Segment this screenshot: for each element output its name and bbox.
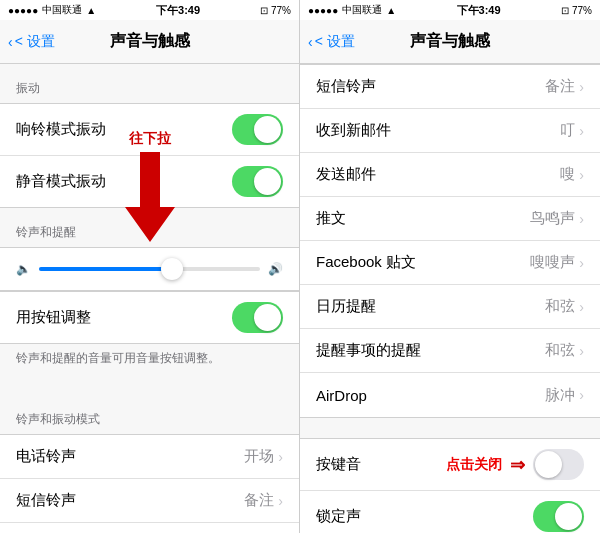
right-status-right: ⊡ 77%: [561, 5, 592, 16]
right-airdrop-label: AirDrop: [316, 387, 367, 404]
left-adjust-note: 铃声和提醒的音量可用音量按钮调整。: [0, 344, 299, 375]
left-silent-vibration-label: 静音模式振动: [16, 172, 106, 191]
left-sms-ring-value: 备注: [244, 491, 274, 510]
right-battery-icon: ⊡: [561, 5, 569, 16]
left-sms-ring-chevron: ›: [278, 493, 283, 509]
left-adjust-knob: [254, 304, 281, 331]
left-phone-ring-chevron: ›: [278, 449, 283, 465]
right-row-send-mail[interactable]: 发送邮件 嗖 ›: [300, 153, 600, 197]
right-send-mail-value: 嗖: [560, 165, 575, 184]
right-back-chevron: ‹: [308, 34, 313, 50]
left-slider-track[interactable]: [39, 267, 260, 271]
left-adjust-group: 用按钮调整: [0, 291, 299, 344]
right-sms-right: 备注 ›: [545, 77, 584, 96]
right-facebook-right: 嗖嗖声 ›: [530, 253, 584, 272]
right-send-mail-chevron: ›: [579, 167, 584, 183]
left-row-new-email[interactable]: 收到新邮件 叮 ›: [0, 523, 299, 533]
left-section-header-vibration: 振动: [0, 64, 299, 103]
right-new-mail-value: 叮: [560, 121, 575, 140]
right-battery-pct: 77%: [572, 5, 592, 16]
right-keyclick-right: 点击关闭 ⇒: [446, 449, 584, 480]
left-ring-vibration-label: 响铃模式振动: [16, 120, 106, 139]
left-row-silent-vibration: 静音模式振动: [0, 156, 299, 207]
left-status-right: ⊡ 77%: [260, 5, 291, 16]
right-row-sms[interactable]: 短信铃声 备注 ›: [300, 65, 600, 109]
left-volume-low-icon: 🔈: [16, 262, 31, 276]
left-wifi-icon: ▲: [86, 5, 96, 16]
right-tweet-value: 鸟鸣声: [530, 209, 575, 228]
right-calendar-chevron: ›: [579, 299, 584, 315]
right-row-airdrop[interactable]: AirDrop 脉冲 ›: [300, 373, 600, 417]
left-content: 振动 响铃模式振动 静音模式振动 铃声和提醒 🔈 🔊: [0, 64, 299, 533]
left-modes-group: 电话铃声 开场 › 短信铃声 备注 › 收到新邮件 叮 ›: [0, 434, 299, 533]
left-row-adjust-buttons: 用按钮调整: [0, 292, 299, 343]
right-new-mail-label: 收到新邮件: [316, 121, 391, 140]
right-reminder-chevron: ›: [579, 343, 584, 359]
left-ring-vibration-knob: [254, 116, 281, 143]
left-back-button[interactable]: ‹ < 设置: [8, 33, 55, 51]
right-new-mail-right: 叮 ›: [560, 121, 584, 140]
right-sms-value: 备注: [545, 77, 575, 96]
right-reminder-right: 和弦 ›: [545, 341, 584, 360]
left-battery-pct: 77%: [271, 5, 291, 16]
left-silent-vibration-toggle[interactable]: [232, 166, 283, 197]
right-time: 下午3:49: [457, 3, 501, 18]
left-ring-vibration-toggle[interactable]: [232, 114, 283, 145]
left-signal-icon: ●●●●●: [8, 5, 38, 16]
left-back-label: < 设置: [15, 33, 55, 51]
right-facebook-chevron: ›: [579, 255, 584, 271]
right-carrier: 中国联通: [342, 3, 382, 17]
left-nav-bar: ‹ < 设置 声音与触感: [0, 20, 299, 64]
right-tweet-label: 推文: [316, 209, 346, 228]
left-back-chevron: ‹: [8, 34, 13, 50]
left-carrier: 中国联通: [42, 3, 82, 17]
right-status-left: ●●●●● 中国联通 ▲: [308, 3, 396, 17]
right-bottom-group: 按键音 点击关闭 ⇒ 锁定声: [300, 438, 600, 533]
right-keyclick-toggle[interactable]: [533, 449, 584, 480]
left-row-phone-ring[interactable]: 电话铃声 开场 ›: [0, 435, 299, 479]
right-new-mail-chevron: ›: [579, 123, 584, 139]
left-sms-ring-label: 短信铃声: [16, 491, 76, 510]
right-airdrop-right: 脉冲 ›: [545, 386, 584, 405]
right-keyclick-arrow: ⇒: [510, 454, 525, 476]
right-lockscreen-label: 锁定声: [316, 507, 361, 526]
left-time: 下午3:49: [156, 3, 200, 18]
right-keyclick-knob: [535, 451, 562, 478]
left-phone-ring-right: 开场 ›: [244, 447, 283, 466]
right-row-calendar[interactable]: 日历提醒 和弦 ›: [300, 285, 600, 329]
right-tweet-right: 鸟鸣声 ›: [530, 209, 584, 228]
left-status-bar: ●●●●● 中国联通 ▲ 下午3:49 ⊡ 77%: [0, 0, 299, 20]
right-row-tweet[interactable]: 推文 鸟鸣声 ›: [300, 197, 600, 241]
right-status-bar: ●●●●● 中国联通 ▲ 下午3:49 ⊡ 77%: [300, 0, 600, 20]
right-row-reminder[interactable]: 提醒事项的提醒 和弦 ›: [300, 329, 600, 373]
right-row-facebook[interactable]: Facebook 贴文 嗖嗖声 ›: [300, 241, 600, 285]
right-wifi-icon: ▲: [386, 5, 396, 16]
right-row-new-mail[interactable]: 收到新邮件 叮 ›: [300, 109, 600, 153]
left-row-sms-ring[interactable]: 短信铃声 备注 ›: [0, 479, 299, 523]
left-status-left: ●●●●● 中国联通 ▲: [8, 3, 96, 17]
right-airdrop-value: 脉冲: [545, 386, 575, 405]
right-back-button[interactable]: ‹ < 设置: [308, 33, 355, 51]
right-content: 短信铃声 备注 › 收到新邮件 叮 › 发送邮件 嗖 ›: [300, 64, 600, 533]
right-calendar-label: 日历提醒: [316, 297, 376, 316]
right-lockscreen-toggle[interactable]: [533, 501, 584, 532]
left-row-ring-vibration: 响铃模式振动: [0, 104, 299, 156]
right-calendar-value: 和弦: [545, 297, 575, 316]
left-phone-ring-label: 电话铃声: [16, 447, 76, 466]
left-slider-fill: [39, 267, 172, 271]
left-panel: ●●●●● 中国联通 ▲ 下午3:49 ⊡ 77% ‹ < 设置 声音与触感 振…: [0, 0, 300, 533]
right-row-keyclick: 按键音 点击关闭 ⇒: [300, 439, 600, 491]
right-reminder-label: 提醒事项的提醒: [316, 341, 421, 360]
right-tweet-chevron: ›: [579, 211, 584, 227]
left-adjust-toggle[interactable]: [232, 302, 283, 333]
right-bottom-section: 按键音 点击关闭 ⇒ 锁定声: [300, 438, 600, 533]
right-main-group: 短信铃声 备注 › 收到新邮件 叮 › 发送邮件 嗖 ›: [300, 64, 600, 418]
right-panel: ●●●●● 中国联通 ▲ 下午3:49 ⊡ 77% ‹ < 设置 声音与触感 短…: [300, 0, 600, 533]
left-volume-high-icon: 🔊: [268, 262, 283, 276]
right-back-label: < 设置: [315, 33, 355, 51]
right-row-lockscreen: 锁定声: [300, 491, 600, 533]
right-sms-label: 短信铃声: [316, 77, 376, 96]
right-keyclick-label: 按键音: [316, 455, 361, 474]
right-sms-chevron: ›: [579, 79, 584, 95]
left-slider-thumb[interactable]: [161, 258, 183, 280]
